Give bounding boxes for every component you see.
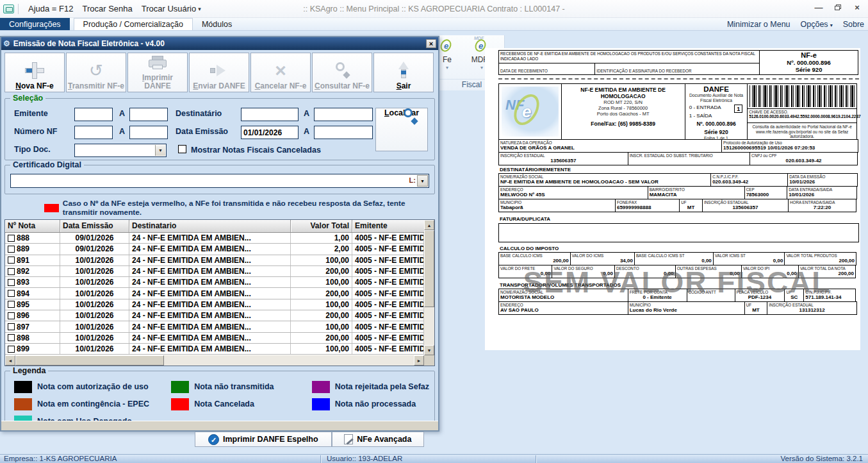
outras-despesas-cell: OUTRAS DESPESAS0,00: [675, 265, 742, 278]
col-valor-header[interactable]: Valor Total: [291, 220, 352, 232]
main-area: e Fe ▾ MDFe MDFe ▾ Fiscal RECEBEMOS DE N…: [0, 31, 868, 454]
row-checkbox[interactable]: [8, 279, 15, 286]
nfe-avancada-button[interactable]: NFe Avançada: [332, 432, 424, 447]
row-checkbox[interactable]: [8, 301, 15, 308]
sobre-link[interactable]: Sobre: [843, 20, 864, 29]
table-row[interactable]: 888 09/01/2026 24 - NF-E EMITIDA EM AMBI…: [5, 233, 424, 244]
mostrar-canceladas-label: Mostrar Notas Fiscais Canceladas: [191, 146, 321, 155]
table-row[interactable]: 894 10/01/2026 24 - NF-E EMITIDA EM AMBI…: [5, 288, 424, 299]
certificado-combobox[interactable]: L: ▼: [10, 174, 429, 188]
table-row[interactable]: 898 10/01/2026 24 - NF-E EMITIDA EM AMBI…: [5, 333, 424, 344]
selecao-legend: Seleção: [10, 94, 45, 103]
table-row[interactable]: 893 10/01/2026 24 - NF-E EMITIDA EM AMBI…: [5, 277, 424, 288]
window-close-button[interactable]: ×: [851, 3, 863, 12]
col-numero-header[interactable]: Nº Nota: [5, 220, 60, 232]
horizontal-scrollbar[interactable]: ◄ ►: [5, 355, 424, 366]
row-checkbox[interactable]: [8, 334, 15, 341]
cnpj-cpf-cell: CNPJ ou CPF020.603.349-42: [749, 152, 858, 165]
nfe-logo: NFe: [498, 83, 562, 140]
mostrar-canceladas-checkbox[interactable]: [178, 145, 186, 153]
dialog-titlebar[interactable]: ⚙ Emissão de Nota Fiscal Eletrônica - v4…: [1, 37, 438, 50]
destinatario-de-input[interactable]: [241, 108, 299, 121]
transp-uf-cell: UFSC: [784, 289, 804, 302]
table-row[interactable]: 891 10/01/2026 24 - NF-E EMITIDA EM AMBI…: [5, 255, 424, 266]
dest-ie-cell: INSCRIÇÃO ESTADUAL135606357: [702, 199, 789, 212]
row-checkbox[interactable]: [8, 290, 15, 297]
dialog-close-button[interactable]: ×: [426, 39, 436, 48]
range-a-label: A: [119, 127, 125, 136]
enviar-danfe-button[interactable]: Enviar DANFE: [189, 53, 249, 92]
consultar-nfe-button[interactable]: Consultar NF-e: [312, 53, 372, 92]
table-row[interactable]: 897 10/01/2026 24 - NF-E EMITIDA EM AMBI…: [5, 321, 424, 332]
row-checkbox[interactable]: [8, 246, 15, 253]
tab-configuracoes[interactable]: Configurações: [0, 18, 70, 30]
danfe-emitente-box: NF-E EMITIDA EM AMBIENTE DE HOMOLOGACAO …: [561, 83, 685, 140]
table-row[interactable]: 895 10/01/2026 24 - NF-E EMITIDA EM AMBI…: [5, 299, 424, 310]
tab-modulos[interactable]: Módulos: [193, 18, 241, 30]
range-a-label: A: [304, 109, 309, 118]
emitente-de-input[interactable]: [74, 108, 113, 121]
plus-icon: [25, 60, 44, 81]
scroll-up-icon[interactable]: ▲: [424, 220, 434, 230]
emissao-nfe-dialog: ⚙ Emissão de Nota Fiscal Eletrônica - v4…: [0, 36, 439, 432]
sair-button[interactable]: Sair: [373, 53, 434, 92]
emitente-ate-input[interactable]: [129, 108, 168, 121]
data-emissao-ate-input[interactable]: [314, 126, 373, 139]
danfe-tipo-box: 1: [734, 105, 742, 113]
menu-trocar-senha[interactable]: Trocar Senha: [78, 4, 136, 13]
imprimir-danfe-espelho-button[interactable]: ✓ Imprimir DANFE Espelho: [195, 432, 332, 447]
combo-arrow-icon[interactable]: ▼: [155, 145, 165, 156]
nova-nfe-button[interactable]: Nova NF-e: [4, 53, 65, 92]
app-logo-icon: [3, 4, 14, 13]
row-checkbox[interactable]: [8, 257, 15, 264]
row-checkbox[interactable]: [8, 235, 15, 242]
col-emitente-header[interactable]: Emitente: [352, 220, 434, 232]
localizar-button[interactable]: Localizar: [375, 108, 428, 151]
magnifier-icon: [334, 60, 350, 81]
dest-hora-cell: HORA ENTRADA/SAIDA7:22:20: [788, 199, 856, 212]
window-minimize-button[interactable]: —: [813, 3, 824, 12]
legend-color-chip: [171, 398, 189, 410]
scroll-right-icon[interactable]: ►: [414, 355, 424, 366]
window-restore-icon: [835, 4, 841, 10]
destinatario-ate-input[interactable]: [314, 108, 373, 121]
chevron-down-icon[interactable]: ▾: [198, 6, 201, 12]
scroll-down-icon[interactable]: ▼: [424, 345, 434, 355]
transmitir-nfe-button[interactable]: ↺ Transmitir NF-e: [66, 53, 126, 92]
vertical-scroll-thumb[interactable]: [424, 230, 434, 307]
legend-item: Nota não transmitida: [171, 380, 312, 393]
numero-de-input[interactable]: [74, 126, 113, 139]
tipo-doc-combobox[interactable]: ▼: [74, 144, 167, 157]
row-checkbox[interactable]: [8, 323, 15, 330]
table-row[interactable]: 899 10/01/2026 24 - NF-E EMITIDA EM AMBI…: [5, 344, 424, 355]
imprimir-danfe-button[interactable]: Imprimir DANFE: [127, 53, 188, 92]
dialog-title: Emissão de Nota Fiscal Eletrônica - v4.0…: [13, 39, 165, 48]
col-data-header[interactable]: Data Emissão: [60, 220, 129, 232]
table-row[interactable]: 892 10/01/2026 24 - NF-E EMITIDA EM AMBI…: [5, 266, 424, 277]
table-row[interactable]: 889 09/01/2026 24 - NF-E EMITIDA EM AMBI…: [5, 244, 424, 255]
row-checkbox[interactable]: [8, 312, 15, 319]
tab-producao-comercializacao[interactable]: Produção / Comercialização: [74, 18, 193, 30]
up-arrow-icon: [398, 60, 409, 81]
valor-total-produtos-cell: VALOR TOTAL PRODUTOS200,00: [784, 252, 856, 265]
combo-arrow-icon[interactable]: ▼: [417, 175, 428, 187]
row-checkbox[interactable]: [8, 268, 15, 275]
minimizar-menu-link[interactable]: Minimizar o Menu: [727, 20, 790, 29]
data-emissao-de-input[interactable]: [241, 126, 299, 139]
col-destinatario-header[interactable]: Destinatario: [129, 220, 291, 232]
transp-antt-cell: CÓDIGO ANTT: [687, 289, 735, 302]
legend-color-chip: [14, 381, 32, 393]
menu-ajuda[interactable]: Ajuda = F12: [24, 4, 78, 13]
legend-color-chip: [171, 381, 189, 393]
horizontal-scroll-thumb[interactable]: [15, 355, 164, 366]
cancelar-nfe-button[interactable]: × Cancelar NF-e: [250, 53, 311, 92]
row-checkbox[interactable]: [8, 346, 15, 353]
table-row[interactable]: 896 10/01/2026 24 - NF-E EMITIDA EM AMBI…: [5, 310, 424, 321]
opcoes-link[interactable]: Opções▾: [801, 20, 833, 29]
numero-ate-input[interactable]: [129, 126, 168, 139]
vertical-scrollbar[interactable]: ▲ ▼: [424, 220, 434, 355]
menu-trocar-usuario[interactable]: Trocar Usuário: [137, 4, 201, 13]
window-restore-button[interactable]: [832, 3, 844, 12]
scroll-left-icon[interactable]: ◄: [5, 355, 15, 366]
fatura-section-title: FATURA/DUPLICATA: [498, 215, 859, 223]
